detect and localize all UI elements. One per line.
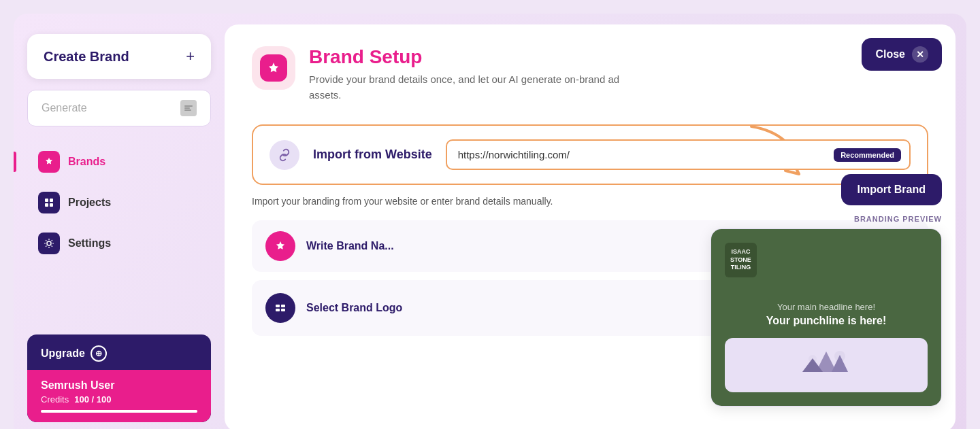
plus-icon: + [186, 48, 195, 65]
svg-rect-4 [50, 199, 53, 202]
page-title: Brand Setup [309, 46, 649, 68]
credits-value: 100 / 100 [74, 394, 111, 405]
import-section: Import from Website Recommended [252, 124, 928, 185]
upgrade-label: Upgrade [41, 347, 85, 360]
projects-label: Projects [68, 196, 111, 209]
sidebar-item-brands[interactable]: Brands [27, 143, 211, 181]
svg-rect-5 [45, 203, 48, 207]
import-url-input-wrapper: Recommended [446, 139, 911, 170]
preview-card-body: Your main headline here! Your punchline … [711, 291, 941, 406]
brand-setup-header: Brand Setup Provide your brand details o… [252, 46, 928, 103]
brands-icon [38, 151, 60, 173]
svg-rect-8 [276, 305, 280, 307]
svg-rect-6 [50, 203, 53, 207]
preview-punchline: Your punchline is here! [725, 315, 928, 327]
preview-headline: Your main headline here! [725, 302, 928, 312]
import-brand-button[interactable]: Import Brand [841, 174, 942, 205]
projects-icon [38, 192, 60, 213]
svg-rect-0 [184, 105, 193, 107]
upgrade-section: Upgrade ⊕ Semrush User Credits 100 / 100 [27, 334, 211, 422]
import-brand-label: Import Brand [858, 184, 926, 195]
brand-name-step-label: Write Brand Na... [306, 240, 723, 252]
close-button[interactable]: Close ✕ [862, 38, 942, 71]
preview-logo: ISAACSTONETILING [725, 243, 757, 277]
svg-rect-10 [276, 309, 280, 311]
user-name: Semrush User [41, 379, 197, 392]
import-from-website-label: Import from Website [313, 148, 432, 162]
preview-card: ISAACSTONETILING Your main headline here… [710, 228, 942, 407]
preview-image-area [725, 338, 928, 392]
generate-label: Generate [42, 102, 87, 114]
create-brand-button[interactable]: Create Brand + [27, 34, 211, 79]
brand-logo-step-label: Select Brand Logo [306, 302, 748, 314]
preview-label: BRANDING PREVIEW [710, 215, 942, 223]
brand-logo-step-icon [265, 293, 295, 323]
brands-label: Brands [68, 156, 105, 168]
brand-icon-circle [252, 46, 295, 90]
generate-button[interactable]: Generate [27, 90, 211, 126]
credits-row: Credits 100 / 100 [41, 394, 197, 405]
sidebar: Create Brand + Generate Br [14, 14, 225, 429]
generate-icon [180, 100, 197, 116]
svg-rect-2 [184, 109, 191, 111]
close-x-icon: ✕ [912, 46, 928, 63]
upgrade-button[interactable]: Upgrade ⊕ [41, 345, 107, 370]
recommended-badge: Recommended [834, 148, 901, 162]
sidebar-item-projects[interactable]: Projects [27, 184, 211, 222]
svg-point-7 [47, 241, 51, 245]
user-info: Semrush User Credits 100 / 100 [27, 370, 211, 422]
main-panel: Brand Setup Provide your brand details o… [225, 24, 956, 429]
preview-card-header: ISAACSTONETILING [711, 229, 941, 291]
create-brand-label: Create Brand [44, 49, 129, 65]
svg-rect-11 [281, 309, 285, 311]
close-label: Close [875, 48, 905, 61]
upgrade-circle-icon: ⊕ [91, 345, 107, 362]
svg-rect-3 [45, 199, 48, 202]
branding-preview-panel: BRANDING PREVIEW ISAACSTONETILING Your m… [710, 215, 942, 407]
svg-marker-16 [832, 355, 848, 372]
credits-bar [41, 410, 197, 413]
credits-label: Credits [41, 394, 69, 405]
brand-name-step-icon [265, 231, 295, 261]
svg-rect-1 [184, 107, 190, 109]
sidebar-item-settings[interactable]: Settings [27, 224, 211, 262]
nav-menu: Brands Projects [27, 143, 211, 262]
import-link-icon [270, 140, 299, 170]
settings-icon [38, 233, 60, 254]
hint-text: Import your branding from your website o… [252, 196, 928, 207]
page-description: Provide your brand details once, and let… [309, 72, 649, 103]
settings-label: Settings [68, 237, 111, 250]
svg-rect-9 [281, 305, 285, 307]
brand-star-icon [260, 54, 287, 82]
header-text: Brand Setup Provide your brand details o… [309, 46, 649, 103]
